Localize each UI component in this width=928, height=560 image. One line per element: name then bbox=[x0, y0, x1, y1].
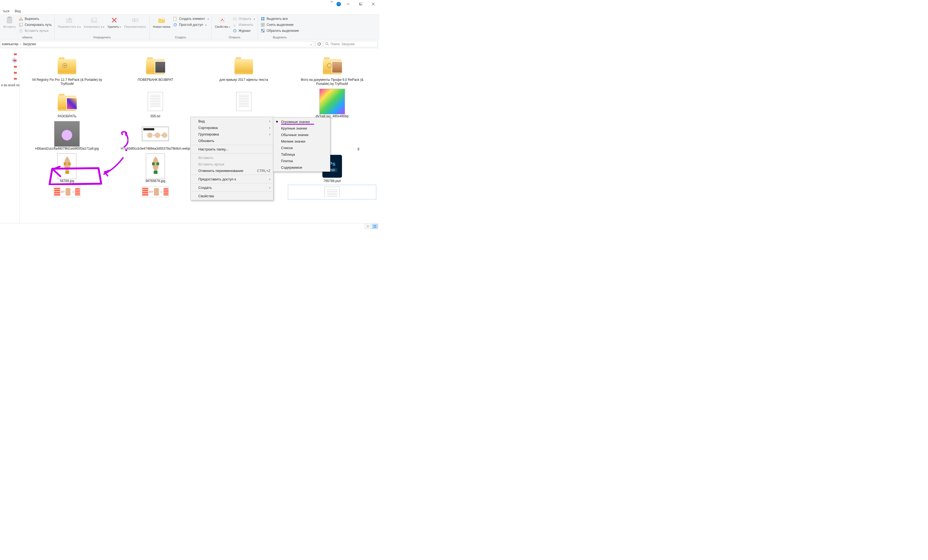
context-menu-main[interactable]: Вид Сортировка Группировка Обновить Наст… bbox=[191, 117, 273, 200]
move-to-button[interactable]: Переместить в bbox=[56, 15, 82, 29]
rename-label: Переименовать bbox=[124, 25, 146, 28]
ctx-view-list[interactable]: Список bbox=[273, 145, 330, 151]
svg-rect-62 bbox=[374, 227, 375, 228]
history-label: Журнал bbox=[239, 29, 250, 33]
select-none-icon bbox=[261, 23, 265, 27]
breadcrumb[interactable]: компьютер › Загрузки ⌄ bbox=[0, 41, 314, 47]
folder-item[interactable]: РАЗОБРАТЬ bbox=[23, 88, 111, 120]
new-element-button[interactable]: Создать элемент bbox=[172, 16, 210, 22]
ctx-grant-access[interactable]: Предоставить доступ к bbox=[191, 176, 273, 182]
edit-button[interactable]: Изменить bbox=[232, 22, 256, 28]
tab-share[interactable]: ться bbox=[0, 8, 12, 14]
file-item[interactable]: DIY→ bbox=[111, 185, 200, 200]
ribbon-group-organize: Переместить в Копировать в Удалить Переи… bbox=[55, 15, 150, 40]
svg-rect-51 bbox=[68, 162, 71, 165]
file-item[interactable]: DIY→ bbox=[23, 185, 111, 200]
file-item[interactable]: dVXa8.jpg_480x480bp bbox=[288, 88, 376, 120]
file-item[interactable]: H7c40df0ccb3e47488ea3d55379a79b9ch.webp bbox=[111, 120, 200, 153]
svg-rect-38 bbox=[261, 31, 263, 32]
nav-sidebar: 📌 📌 📌 📌 📌 е во всей па bbox=[0, 49, 20, 223]
ctx-properties[interactable]: Свойства bbox=[191, 193, 273, 199]
folder-item[interactable]: Vit Registry Fix Pro 12.7 RePack (& Port… bbox=[23, 51, 111, 88]
ctx-view-large[interactable]: Крупные значки bbox=[273, 125, 330, 131]
breadcrumb-seg-computer[interactable]: компьютер bbox=[2, 42, 18, 46]
rename-button[interactable]: Переименовать bbox=[122, 15, 148, 29]
ctx-view-content[interactable]: Содержимое bbox=[273, 164, 330, 171]
pin-icon[interactable]: 📌 bbox=[12, 70, 18, 76]
ctx-undo-rename[interactable]: Отменить переименованиеCTRL+Z bbox=[191, 167, 273, 174]
folder-item[interactable]: для прмьер 2017 эфекты текста bbox=[200, 51, 288, 88]
view-large-icons-button[interactable] bbox=[372, 224, 378, 229]
new-folder-label: Новая папка bbox=[153, 25, 170, 28]
breadcrumb-seg-downloads[interactable]: Загрузки bbox=[23, 42, 36, 46]
select-none-button[interactable]: Снять выделение bbox=[259, 22, 300, 28]
context-menu-view[interactable]: Огромные значки Крупные значки Обычные з… bbox=[273, 117, 330, 172]
pin-icon[interactable]: 📌 bbox=[12, 52, 18, 57]
ctx-sort[interactable]: Сортировка bbox=[191, 124, 273, 131]
ctx-refresh[interactable]: Обновить bbox=[191, 137, 273, 144]
history-button[interactable]: Журнал bbox=[232, 28, 256, 34]
folder-item[interactable]: ПОВЕРБАНК ВОЗВРАТ bbox=[111, 51, 200, 88]
new-group-label: Создать bbox=[151, 36, 210, 40]
item-label: H7c40df0ccb3e47488ea3d55379a79b9ch.webp bbox=[121, 146, 190, 151]
ctx-view-normal[interactable]: Обычные значки bbox=[273, 131, 330, 138]
select-all-button[interactable]: Выделить все bbox=[259, 16, 300, 22]
view-details-button[interactable] bbox=[365, 224, 371, 229]
paste-button[interactable]: Вставить bbox=[2, 15, 18, 29]
new-folder-button[interactable]: Новая папка bbox=[151, 15, 172, 29]
cut-button[interactable]: Вырезать bbox=[18, 16, 53, 22]
file-item[interactable]: H0band2uccffa49079fd1eb965f3a171a9.jpg bbox=[23, 120, 111, 153]
rename-icon bbox=[131, 16, 140, 24]
file-content-area[interactable]: Vit Registry Fix Pro 12.7 RePack (& Port… bbox=[20, 49, 380, 223]
svg-rect-37 bbox=[263, 29, 264, 31]
file-item[interactable]: 56789.jpg bbox=[23, 153, 111, 185]
copy-to-button[interactable]: Копировать в bbox=[82, 15, 106, 29]
svg-rect-63 bbox=[375, 227, 376, 228]
ribbon-collapse-chevron[interactable] bbox=[328, 0, 336, 3]
pin-icon[interactable]: 📌 bbox=[12, 64, 18, 70]
svg-line-10 bbox=[20, 17, 22, 19]
invert-selection-button[interactable]: Обратить выделение bbox=[259, 28, 300, 34]
ctx-view-small[interactable]: Мелкие значки bbox=[273, 138, 330, 145]
file-item[interactable] bbox=[288, 185, 376, 200]
svg-rect-2 bbox=[360, 3, 362, 5]
file-item[interactable] bbox=[200, 88, 288, 120]
pin-icon[interactable]: 📌 bbox=[12, 76, 18, 82]
ctx-group[interactable]: Группировка bbox=[191, 131, 273, 137]
easy-access-button[interactable]: Простой доступ bbox=[172, 22, 210, 28]
properties-button[interactable]: Свойства bbox=[213, 15, 232, 29]
pin-icon[interactable]: 📌 bbox=[11, 57, 18, 64]
ctx-view-tiles[interactable]: Плитка bbox=[273, 157, 330, 164]
select-group-label: Выделить bbox=[259, 36, 300, 40]
window-maximize-button[interactable] bbox=[354, 0, 367, 8]
easy-access-icon bbox=[173, 23, 177, 27]
delete-button[interactable]: Удалить bbox=[106, 15, 122, 29]
ctx-view-table[interactable]: Таблица bbox=[273, 151, 330, 157]
svg-rect-29 bbox=[263, 17, 264, 18]
search-input[interactable]: Поиск: Загрузки bbox=[324, 41, 378, 47]
ribbon-group-select: Выделить все Снять выделение Обратить вы… bbox=[258, 15, 302, 40]
window-close-button[interactable] bbox=[367, 0, 380, 8]
paste-shortcut-button[interactable]: Вставить ярлык bbox=[18, 28, 53, 34]
file-item[interactable]: 98765678.jpg bbox=[111, 153, 200, 185]
refresh-button[interactable] bbox=[315, 41, 322, 47]
tab-view[interactable]: Вид bbox=[12, 8, 23, 14]
ctx-create[interactable]: Создать bbox=[191, 184, 273, 191]
ctx-view-huge[interactable]: Огромные значки bbox=[273, 118, 330, 125]
svg-rect-50 bbox=[64, 162, 66, 165]
copy-path-label: Скопировать путь bbox=[25, 23, 52, 27]
ctx-view[interactable]: Вид bbox=[191, 118, 273, 124]
folder-item[interactable]: Фото на документы Профи 9.0 RePack (& Po… bbox=[288, 51, 376, 88]
item-label: Vit Registry Fix Pro 12.7 RePack (& Port… bbox=[29, 78, 105, 86]
window-minimize-button[interactable] bbox=[342, 0, 354, 8]
ctx-customize-folder[interactable]: Настроить папку... bbox=[191, 146, 273, 153]
svg-rect-5 bbox=[7, 17, 12, 23]
file-item[interactable]: 555.txt bbox=[111, 88, 200, 120]
help-button[interactable]: ? bbox=[336, 0, 342, 8]
open-button[interactable]: Открыть bbox=[232, 16, 256, 22]
copy-path-button[interactable]: Скопировать путь bbox=[18, 22, 53, 28]
svg-point-7 bbox=[19, 19, 20, 20]
cut-label: Вырезать bbox=[25, 17, 39, 21]
item-label: 765789.psd bbox=[324, 179, 340, 183]
breadcrumb-dropdown[interactable]: ⌄ bbox=[310, 42, 312, 46]
